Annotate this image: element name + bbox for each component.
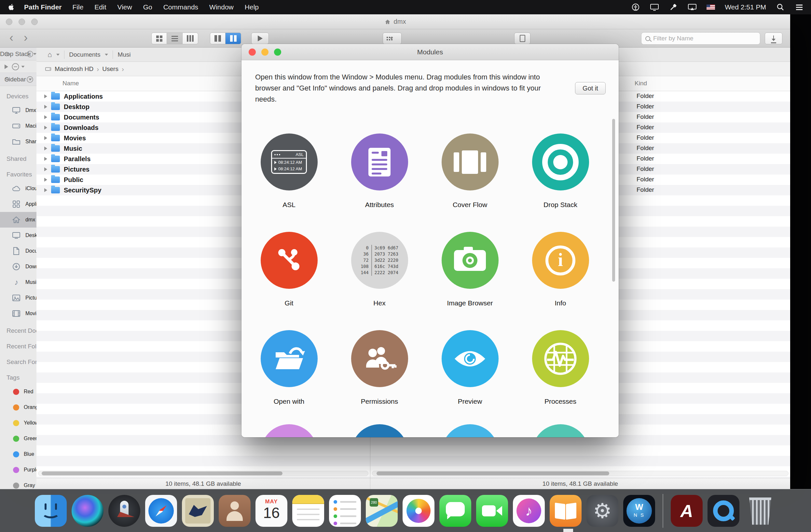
dock-mail-icon[interactable] bbox=[182, 495, 214, 527]
gear-icon[interactable]: ⚙ bbox=[3, 50, 11, 58]
disclosure-icon[interactable] bbox=[44, 94, 47, 98]
single-pane-button[interactable] bbox=[210, 33, 226, 44]
spotlight-icon[interactable] bbox=[776, 3, 785, 11]
menu-window[interactable]: Window bbox=[204, 3, 239, 11]
download-button[interactable] bbox=[765, 33, 782, 44]
tab-documents[interactable]: Documents bbox=[69, 51, 100, 58]
disclosure-icon[interactable] bbox=[44, 115, 47, 119]
disclosure-icon[interactable] bbox=[44, 157, 47, 161]
module-asl[interactable]: ASL 08:24:12 AM 08:24:12 AM ASL bbox=[244, 134, 334, 209]
module-preview[interactable]: Preview bbox=[425, 330, 515, 405]
menu-help[interactable]: Help bbox=[239, 3, 264, 11]
menu-edit[interactable]: Edit bbox=[89, 3, 112, 11]
module-partial-4[interactable] bbox=[515, 424, 606, 437]
partial-module-icon[interactable] bbox=[442, 424, 499, 437]
filter-field[interactable] bbox=[641, 32, 760, 45]
dock-globe-app-icon[interactable]: WN S bbox=[623, 495, 655, 527]
dock-facetime-icon[interactable] bbox=[476, 495, 508, 527]
module-hex[interactable]: 0 36 72 108 144 3c69 6d67 2073 7263 3d22… bbox=[334, 232, 425, 307]
module-info[interactable]: i Info bbox=[515, 232, 606, 307]
disclosure-icon[interactable] bbox=[44, 167, 47, 171]
dock-siri-icon[interactable] bbox=[72, 495, 104, 527]
module-permissions[interactable]: Permissions bbox=[334, 330, 425, 405]
name-column-header[interactable]: Name bbox=[62, 80, 79, 87]
module-drop-stack[interactable]: Drop Stack bbox=[515, 134, 606, 209]
close-icon[interactable]: ✕ bbox=[27, 51, 33, 57]
dock-acrobat-icon[interactable]: A bbox=[671, 495, 703, 527]
display-icon[interactable] bbox=[650, 3, 659, 11]
dock-quicktime-icon[interactable] bbox=[707, 495, 739, 527]
apple-menu-icon[interactable] bbox=[7, 3, 16, 11]
back-button[interactable] bbox=[4, 31, 18, 45]
dialog-close-button[interactable] bbox=[249, 48, 256, 56]
close-icon[interactable]: ✕ bbox=[27, 76, 33, 83]
view-options-menu-button[interactable] bbox=[383, 33, 402, 44]
partial-module-icon[interactable] bbox=[351, 424, 408, 437]
play-icon[interactable] bbox=[4, 64, 8, 69]
dock-messages-icon[interactable] bbox=[439, 495, 471, 527]
drop-stack-module-icon[interactable] bbox=[532, 134, 589, 191]
home-tab-icon[interactable] bbox=[47, 50, 52, 59]
dock-calendar-icon[interactable]: MAY16 bbox=[256, 495, 287, 527]
menu-view[interactable]: View bbox=[112, 3, 138, 11]
module-partial-3[interactable] bbox=[425, 424, 515, 437]
filter-input[interactable] bbox=[653, 35, 756, 42]
disclosure-icon[interactable] bbox=[44, 178, 47, 182]
dock-system-preferences-icon[interactable] bbox=[586, 495, 618, 527]
dock-notes-icon[interactable] bbox=[292, 495, 324, 527]
drop-stack-menu[interactable] bbox=[12, 63, 25, 70]
right-horizontal-scrollbar[interactable] bbox=[372, 471, 789, 476]
module-cover-flow[interactable]: Cover Flow bbox=[425, 134, 515, 209]
tab-music[interactable]: Musi bbox=[118, 51, 131, 58]
gear-icon[interactable]: ⚙ bbox=[3, 76, 11, 83]
breadcrumb-macintosh-hd[interactable]: Macintosh HD bbox=[55, 65, 93, 73]
module-partial-1[interactable] bbox=[244, 424, 334, 437]
dialog-scrollbar[interactable] bbox=[612, 119, 615, 282]
list-view-button[interactable] bbox=[167, 33, 183, 44]
module-git[interactable]: Git bbox=[244, 232, 334, 307]
dock-launchpad-icon[interactable] bbox=[108, 495, 140, 527]
menu-go[interactable]: Go bbox=[138, 3, 158, 11]
partial-module-icon[interactable] bbox=[532, 424, 589, 437]
disclosure-icon[interactable] bbox=[44, 136, 47, 140]
app-menu-path-finder[interactable]: Path Finder bbox=[19, 3, 67, 11]
module-processes[interactable]: Processes bbox=[515, 330, 606, 405]
menu-file[interactable]: File bbox=[67, 3, 89, 11]
input-source-flag-icon[interactable] bbox=[706, 4, 715, 10]
dock-contacts-icon[interactable] bbox=[219, 495, 250, 527]
airplay-display-icon[interactable] bbox=[688, 3, 697, 11]
dock-itunes-icon[interactable] bbox=[513, 495, 545, 527]
menu-bar-clock[interactable]: Wed 2:51 PM bbox=[725, 3, 766, 11]
disclosure-icon[interactable] bbox=[44, 105, 47, 109]
column-view-button[interactable] bbox=[183, 33, 198, 44]
image-browser-module-icon[interactable] bbox=[442, 232, 499, 289]
permissions-module-icon[interactable] bbox=[351, 330, 408, 387]
forward-button[interactable] bbox=[19, 31, 33, 45]
asl-module-icon[interactable]: ASL 08:24:12 AM 08:24:12 AM bbox=[261, 134, 318, 191]
new-document-button[interactable] bbox=[514, 33, 531, 44]
disclosure-icon[interactable] bbox=[44, 147, 47, 150]
dock-safari-icon[interactable] bbox=[145, 495, 177, 527]
module-partial-2[interactable] bbox=[334, 424, 425, 437]
accessibility-icon[interactable] bbox=[631, 3, 640, 11]
attributes-module-icon[interactable] bbox=[351, 134, 408, 191]
dock-photos-icon[interactable] bbox=[402, 495, 434, 527]
icon-view-button[interactable] bbox=[151, 33, 167, 44]
info-module-icon[interactable]: i bbox=[532, 232, 589, 289]
scrollbar-thumb[interactable] bbox=[377, 471, 610, 475]
drop-stack-header[interactable]: ⚙ Drop Stack ✕ bbox=[0, 47, 36, 61]
dialog-zoom-button[interactable] bbox=[274, 48, 281, 56]
menu-commands[interactable]: Commands bbox=[158, 3, 204, 11]
hex-module-icon[interactable]: 0 36 72 108 144 3c69 6d67 2073 7263 3d22… bbox=[351, 232, 408, 289]
git-module-icon[interactable] bbox=[261, 232, 318, 289]
sidebar-header[interactable]: ⚙ Sidebar ✕ bbox=[0, 73, 36, 86]
processes-module-icon[interactable] bbox=[532, 330, 589, 387]
disclosure-icon[interactable] bbox=[44, 188, 47, 192]
dock-trash-icon[interactable] bbox=[744, 495, 776, 527]
dock-books-icon[interactable] bbox=[550, 495, 582, 527]
module-open-with[interactable]: Open with bbox=[244, 330, 334, 405]
dual-pane-button[interactable] bbox=[226, 33, 241, 44]
kind-column-header[interactable]: Kind bbox=[634, 80, 647, 87]
slideshow-play-button[interactable] bbox=[251, 33, 269, 44]
tool-icon[interactable] bbox=[669, 3, 678, 11]
